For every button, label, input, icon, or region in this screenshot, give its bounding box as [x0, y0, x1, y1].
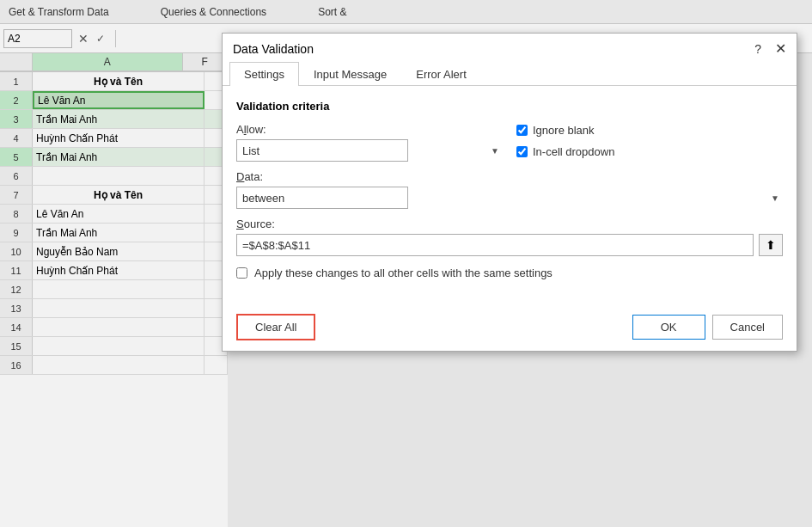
dialog-titlebar: Data Validation ? ✕ [223, 34, 797, 62]
allow-select[interactable]: List [236, 139, 408, 162]
dialog-controls: ? ✕ [754, 40, 786, 57]
allow-label: Allow: [236, 123, 503, 136]
data-col: Data: between ▼ [236, 170, 783, 209]
cancel-button[interactable]: Cancel [712, 315, 783, 340]
apply-label: Apply these changes to all other cells w… [254, 267, 553, 279]
dialog-help-icon[interactable]: ? [754, 42, 761, 56]
data-row: Data: between ▼ [236, 170, 783, 209]
ignore-blank-checkbox[interactable] [516, 125, 528, 136]
allow-row: Allow: List ▼ Ignore blank In-cell dropd… [236, 123, 783, 162]
data-select-arrow: ▼ [771, 193, 779, 203]
dialog-footer: Clear All OK Cancel [223, 307, 797, 351]
dialog-tabs: Settings Input Message Error Alert [223, 62, 797, 86]
data-validation-dialog: Data Validation ? ✕ Settings Input Messa… [222, 33, 797, 352]
ignore-blank-label: Ignore blank [533, 124, 595, 137]
source-range-button[interactable]: ⬆ [759, 234, 783, 256]
data-label: Data: [236, 170, 783, 183]
in-cell-dropdown-row: In-cell dropdown [516, 145, 783, 158]
tab-settings[interactable]: Settings [229, 62, 299, 86]
allow-select-arrow: ▼ [491, 146, 499, 156]
footer-right-buttons: OK Cancel [632, 315, 783, 340]
source-row: =$A$8:$A$11 ⬆ [236, 234, 783, 256]
ok-button[interactable]: OK [632, 315, 705, 340]
section-title: Validation criteria [236, 100, 783, 113]
data-select-wrapper: between ▼ [236, 187, 783, 209]
checkboxes-col: Ignore blank In-cell dropdown [516, 124, 783, 162]
dialog-close-icon[interactable]: ✕ [775, 40, 786, 57]
source-label: Source: [236, 218, 783, 230]
tab-error-alert[interactable]: Error Alert [401, 62, 481, 86]
data-select[interactable]: between [236, 187, 408, 209]
source-input[interactable]: =$A$8:$A$11 [236, 234, 754, 256]
in-cell-dropdown-label: In-cell dropdown [533, 145, 614, 158]
source-section: Source: =$A$8:$A$11 ⬆ [236, 218, 783, 256]
tab-input-message[interactable]: Input Message [299, 62, 401, 86]
apply-row: Apply these changes to all other cells w… [236, 267, 783, 279]
apply-checkbox[interactable] [236, 267, 247, 279]
allow-col: Allow: List ▼ [236, 123, 503, 162]
ignore-blank-row: Ignore blank [516, 124, 783, 137]
allow-select-wrapper: List ▼ [236, 139, 503, 162]
source-label-text: Source: [236, 218, 275, 230]
clear-all-button[interactable]: Clear All [236, 314, 315, 340]
dialog-title: Data Validation [233, 42, 314, 56]
in-cell-dropdown-checkbox[interactable] [516, 146, 528, 157]
data-label-text: Data: [236, 170, 263, 183]
dialog-content: Validation criteria Allow: List ▼ Ignore… [223, 86, 797, 307]
allow-label-text: Allow: [236, 123, 266, 136]
